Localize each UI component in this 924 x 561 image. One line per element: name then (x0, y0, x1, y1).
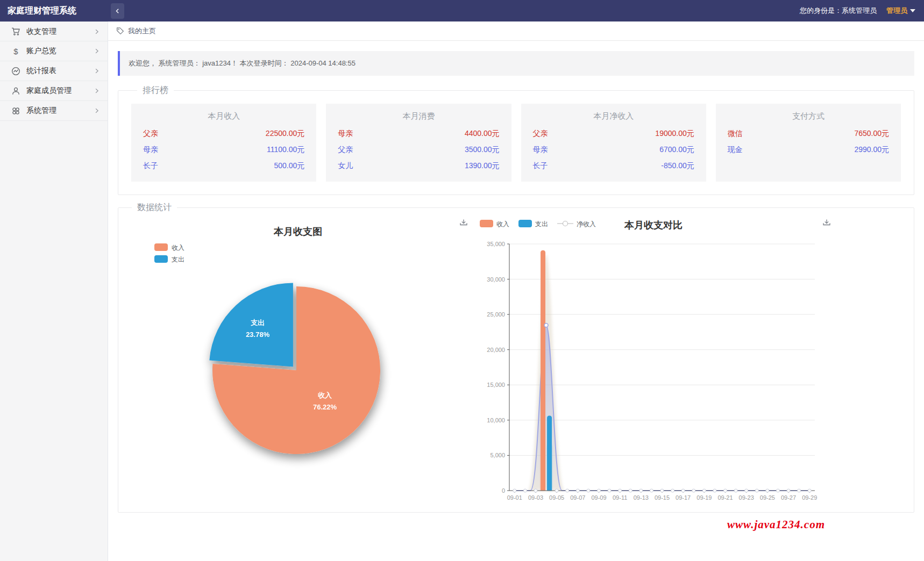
chart-line-icon (11, 67, 20, 76)
ranking-card-title: 本月收入 (143, 111, 304, 121)
bar-income[interactable] (541, 250, 545, 491)
ranking-row-name: 长子 (533, 161, 548, 171)
ranking-row-name: 父亲 (338, 145, 353, 155)
ranking-row: 长子-850.00元 (533, 161, 694, 171)
ranking-card: 本月净收入父亲19000.00元母亲6700.00元长子-850.00元 (521, 104, 706, 182)
chevron-left-icon (115, 8, 120, 14)
sidebar-item-reports[interactable]: 统计报表 (0, 61, 108, 81)
x-axis-label: 09-27 (781, 494, 796, 501)
ranking-card: 本月消费母亲4400.00元父亲3500.00元女儿1390.00元 (326, 104, 511, 182)
x-axis-label: 09-09 (591, 494, 606, 501)
tag-icon (116, 27, 124, 35)
ranking-row: 父亲22500.00元 (143, 129, 304, 139)
caret-down-icon (910, 9, 915, 12)
sidebar-item-income-expense[interactable]: 收支管理 (0, 21, 108, 41)
download-icon[interactable] (823, 220, 830, 225)
bar-chart-monthly-compare[interactable]: 收入支出净收入本月收支对比05,00010,00015,00020,00025,… (473, 215, 849, 508)
bar-legend-item[interactable]: 支出 (518, 220, 548, 228)
pie-slice-percent: 76.22% (313, 403, 337, 411)
svg-text:收入: 收入 (172, 244, 184, 251)
y-axis-label: 5,000 (490, 452, 505, 458)
ranking-row-name: 女儿 (338, 161, 353, 171)
y-axis-label: 10,000 (487, 417, 505, 423)
ranking-row-value: 22500.00元 (266, 129, 304, 139)
y-axis-label: 0 (502, 487, 505, 494)
ranking-row: 父亲3500.00元 (338, 145, 499, 155)
cart-icon (11, 27, 20, 36)
ranking-row-name: 母亲 (143, 145, 158, 155)
y-axis-label: 35,000 (487, 241, 505, 247)
sidebar: 收支管理 $ 账户总览 统计报表 家庭成员管理 系 (0, 21, 108, 561)
pie-slice-percent: 23.78% (246, 330, 270, 339)
svg-text:$: $ (13, 47, 18, 55)
main-area: 我的主页 欢迎您， 系统管理员： java1234！ 本次登录时间： 2024-… (108, 21, 924, 561)
user-dropdown[interactable]: 管理员 (886, 6, 915, 16)
ranking-row: 现金2990.00元 (728, 145, 889, 155)
bar-legend-item[interactable]: 净收入 (557, 220, 596, 228)
top-navbar: 家庭理财管理系统 您的身份是：系统管理员 管理员 (0, 0, 924, 21)
ranking-card-title: 本月净收入 (533, 111, 694, 121)
ranking-row: 长子500.00元 (143, 161, 304, 171)
ranking-row-name: 长子 (143, 161, 158, 171)
charts-row: 本月收支图收入支出收入76.22%支出23.78% 收入支出净收入本月收支对比0… (126, 215, 906, 508)
ranking-panel-title: 排行榜 (137, 85, 174, 96)
ranking-row-value: -850.00元 (661, 161, 694, 171)
ranking-row: 父亲19000.00元 (533, 129, 694, 139)
pie-chart-monthly-balance[interactable]: 本月收支图收入支出收入76.22%支出23.78% (126, 215, 473, 508)
ranking-card-title: 本月消费 (338, 111, 499, 121)
breadcrumb-item-home[interactable]: 我的主页 (128, 26, 156, 36)
sidebar-item-label: 系统管理 (26, 106, 56, 116)
sidebar-item-label: 收支管理 (26, 27, 56, 37)
x-axis-label: 09-21 (717, 494, 733, 501)
x-axis-label: 09-11 (613, 494, 627, 501)
dollar-icon: $ (11, 47, 20, 56)
download-icon[interactable] (460, 220, 467, 225)
y-axis-label: 20,000 (487, 347, 505, 353)
x-axis-label: 09-29 (802, 494, 817, 501)
bar-title: 本月收支对比 (624, 220, 683, 231)
sidebar-item-system[interactable]: 系统管理 (0, 101, 108, 121)
ranking-row-name: 微信 (728, 129, 743, 139)
ranking-row-value: 19000.00元 (655, 129, 694, 139)
ranking-row: 母亲4400.00元 (338, 129, 499, 139)
sidebar-item-accounts[interactable]: $ 账户总览 (0, 41, 108, 61)
ranking-cards: 本月收入父亲22500.00元母亲11100.00元长子500.00元本月消费母… (131, 104, 901, 182)
ranking-row-value: 7650.00元 (854, 129, 889, 139)
x-axis-label: 09-05 (549, 494, 564, 501)
svg-text:支出: 支出 (172, 256, 184, 263)
ranking-card-title: 支付方式 (728, 111, 889, 121)
bar-legend-item[interactable]: 收入 (480, 220, 509, 228)
y-axis-label: 30,000 (487, 276, 505, 283)
ranking-panel: 排行榜 本月收入父亲22500.00元母亲11100.00元长子500.00元本… (118, 85, 914, 195)
identity-text: 您的身份是：系统管理员 (800, 6, 877, 16)
grid-icon (11, 106, 20, 116)
x-axis-label: 09-07 (570, 494, 585, 501)
page-content: 欢迎您， 系统管理员： java1234！ 本次登录时间： 2024-09-04… (108, 41, 924, 531)
welcome-alert: 欢迎您， 系统管理员： java1234！ 本次登录时间： 2024-09-04… (118, 51, 914, 76)
chevron-right-icon (94, 28, 100, 35)
sidebar-collapse-button[interactable] (111, 3, 124, 19)
stats-panel: 数据统计 本月收支图收入支出收入76.22%支出23.78% 收入支出净收入本月… (118, 202, 914, 513)
ranking-row-value: 2990.00元 (854, 145, 889, 155)
sidebar-item-label: 家庭成员管理 (26, 86, 72, 96)
svg-text:净收入: 净收入 (577, 220, 596, 228)
bar-expense[interactable] (547, 415, 552, 491)
x-axis-label: 09-17 (676, 494, 691, 501)
x-axis-label: 09-03 (528, 494, 543, 501)
breadcrumb: 我的主页 (108, 21, 924, 41)
sidebar-item-label: 账户总览 (26, 46, 56, 56)
sidebar-item-family-members[interactable]: 家庭成员管理 (0, 81, 108, 101)
ranking-row-name: 父亲 (533, 129, 548, 139)
x-axis-label: 09-19 (696, 494, 712, 501)
chevron-right-icon (94, 88, 100, 94)
pie-legend-item[interactable]: 收入 (154, 243, 184, 251)
ranking-row-value: 4400.00元 (465, 129, 500, 139)
ranking-card: 本月收入父亲22500.00元母亲11100.00元长子500.00元 (131, 104, 316, 182)
ranking-row-value: 500.00元 (274, 161, 304, 171)
sidebar-item-label: 统计报表 (26, 66, 56, 76)
y-axis-label: 25,000 (487, 311, 505, 318)
pie-slice-label: 收入 (318, 391, 332, 399)
x-axis-label: 09-25 (760, 494, 775, 501)
svg-text:支出: 支出 (535, 220, 548, 228)
pie-legend-item[interactable]: 支出 (154, 255, 184, 263)
